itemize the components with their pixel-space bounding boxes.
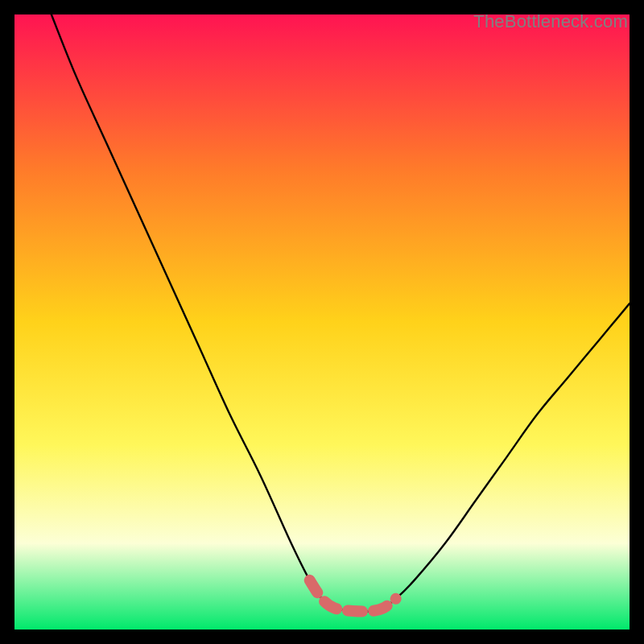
- chart-frame: TheBottleneck.com: [14, 14, 630, 630]
- bottleneck-chart: [14, 14, 630, 630]
- gradient-background: [14, 14, 630, 630]
- attribution-text: TheBottleneck.com: [473, 11, 628, 32]
